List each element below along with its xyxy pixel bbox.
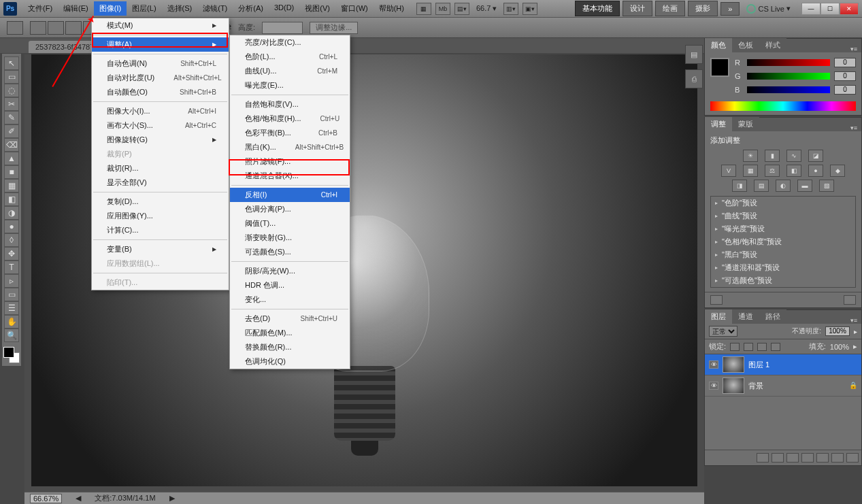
selective-color-icon[interactable]: ▧ <box>819 180 834 192</box>
menu-item[interactable]: 可选颜色(S)... <box>230 245 350 259</box>
menu-item[interactable]: 阈值(T)... <box>230 216 350 231</box>
vibrance-icon[interactable]: V <box>721 165 736 177</box>
menu-item[interactable]: 变量(B) <box>92 242 229 256</box>
menu-item[interactable]: 曝光度(E)... <box>230 78 350 93</box>
menu-item[interactable]: 色调均化(Q) <box>230 354 350 369</box>
workspace-photography[interactable]: 摄影 <box>688 1 718 16</box>
arrange-docs-icon[interactable]: ▥▾ <box>503 3 518 15</box>
tool-item[interactable]: ◊ <box>4 233 19 247</box>
r-value[interactable]: 0 <box>834 58 856 67</box>
b-value[interactable]: 0 <box>834 85 856 95</box>
menu-item[interactable]: 照片滤镜(F)... <box>230 154 350 169</box>
menu-item[interactable]: 调整(A) <box>92 37 229 52</box>
preset-item[interactable]: "黑白"预设 <box>711 248 855 261</box>
launch-bridge-icon[interactable]: ▦ <box>416 3 431 15</box>
curves-icon[interactable]: ∿ <box>786 150 801 162</box>
menu-item[interactable]: 计算(C)... <box>92 223 229 237</box>
menu-窗口(W)[interactable]: 窗口(W) <box>335 1 374 16</box>
lock-all-icon[interactable] <box>771 343 780 351</box>
tool-item[interactable]: ▭ <box>4 70 19 84</box>
lock-pixels-icon[interactable] <box>744 343 753 351</box>
menu-分析(A)[interactable]: 分析(A) <box>233 1 269 16</box>
menu-item[interactable]: 自动颜色(O)Shift+Ctrl+B <box>92 85 229 99</box>
channel-mixer-icon[interactable]: ◆ <box>830 165 845 177</box>
tool-item[interactable]: ◑ <box>4 206 19 220</box>
menu-item[interactable]: 变化... <box>230 292 350 307</box>
minimize-button[interactable]: — <box>801 3 820 15</box>
tab-paths[interactable]: 路径 <box>759 309 786 324</box>
collapsed-panel-icon[interactable]: ▤ <box>685 45 703 64</box>
visibility-icon[interactable]: 👁 <box>709 360 718 369</box>
preset-item[interactable]: "曲线"预设 <box>711 209 855 222</box>
threshold-icon[interactable]: ◐ <box>776 180 791 192</box>
status-zoom[interactable]: 66.67% <box>30 494 62 503</box>
panel-menu-icon[interactable]: ▾≡ <box>846 124 861 131</box>
balance-icon[interactable]: ⚖ <box>765 165 780 177</box>
close-button[interactable]: ✕ <box>840 3 859 15</box>
menu-编辑(E)[interactable]: 编辑(E) <box>58 1 94 16</box>
collapsed-panel-icon[interactable]: ⎙ <box>685 69 703 88</box>
menu-滤镜(T)[interactable]: 滤镜(T) <box>197 1 233 16</box>
menu-文件(F)[interactable]: 文件(F) <box>22 1 58 16</box>
r-slider[interactable] <box>747 59 830 66</box>
menu-item[interactable]: 色调分离(P)... <box>230 202 350 216</box>
tab-swatches[interactable]: 色板 <box>732 38 759 52</box>
gradient-map-icon[interactable]: ▬ <box>797 180 812 192</box>
layer-thumbnail[interactable] <box>723 377 744 394</box>
tool-item[interactable]: ◧ <box>4 192 19 206</box>
workspace-more[interactable]: » <box>720 2 740 16</box>
workspace-essentials[interactable]: 基本功能 <box>575 1 620 16</box>
brightness-icon[interactable]: ☀ <box>743 150 758 162</box>
tool-item[interactable]: ● <box>4 220 19 233</box>
menu-图像(I)[interactable]: 图像(I) <box>94 1 127 16</box>
screen-mode-icon[interactable]: ▣▾ <box>523 3 537 15</box>
menu-item[interactable]: 曲线(U)...Ctrl+M <box>230 64 350 78</box>
menu-item[interactable]: 画布大小(S)...Alt+Ctrl+C <box>92 118 229 133</box>
delete-layer-icon[interactable] <box>846 453 859 463</box>
layer-style-icon[interactable] <box>772 453 784 463</box>
layer-row[interactable]: 👁图层 1 <box>705 354 861 375</box>
menu-item[interactable]: 色彩平衡(B)...Ctrl+B <box>230 126 350 140</box>
layer-row[interactable]: 👁背景🔒 <box>705 375 861 397</box>
view-extras-icon[interactable]: ▤▾ <box>454 3 469 15</box>
photo-filter-icon[interactable]: ● <box>808 165 823 177</box>
tool-item[interactable]: ✂ <box>4 97 19 111</box>
tool-item[interactable]: ✐ <box>4 124 19 138</box>
tool-item[interactable]: ✋ <box>4 315 19 329</box>
tab-layers[interactable]: 图层 <box>705 309 732 324</box>
foreground-color-swatch[interactable] <box>3 347 14 358</box>
visibility-icon[interactable]: 👁 <box>709 382 718 390</box>
foreground-color-chip[interactable] <box>710 58 729 77</box>
tab-masks[interactable]: 蒙版 <box>732 117 759 131</box>
menu-图层(L)[interactable]: 图层(L) <box>127 1 161 16</box>
new-layer-icon[interactable] <box>831 453 844 463</box>
preset-item[interactable]: "色相/饱和度"预设 <box>711 235 855 248</box>
menu-item[interactable]: 自然饱和度(V)... <box>230 97 350 112</box>
tool-item[interactable]: ☰ <box>4 301 19 315</box>
menu-选择(S)[interactable]: 选择(S) <box>162 1 198 16</box>
tool-preset-icon[interactable] <box>7 21 23 35</box>
zoom-level[interactable]: 66.7 ▾ <box>474 4 499 13</box>
tool-item[interactable]: ▭ <box>4 288 19 301</box>
lock-transparent-icon[interactable] <box>730 343 740 351</box>
menu-item[interactable]: 应用图像(Y)... <box>92 209 229 223</box>
preset-item[interactable]: "曝光度"预设 <box>711 222 855 235</box>
tool-item[interactable]: T <box>4 261 19 274</box>
posterize-icon[interactable]: ▤ <box>754 180 769 192</box>
menu-item[interactable]: 显示全部(V) <box>92 175 229 190</box>
color-spectrum[interactable] <box>710 101 856 111</box>
panel-menu-icon[interactable]: ▾≡ <box>846 317 861 324</box>
g-value[interactable]: 0 <box>834 71 856 81</box>
lock-position-icon[interactable] <box>757 343 767 351</box>
tab-styles[interactable]: 样式 <box>759 38 786 52</box>
menu-item[interactable]: 图像大小(I)...Alt+Ctrl+I <box>92 104 229 118</box>
menu-item[interactable]: 裁切(R)... <box>92 161 229 175</box>
exposure-icon[interactable]: ◪ <box>808 150 823 162</box>
bw-icon[interactable]: ◧ <box>786 165 801 177</box>
menu-item[interactable]: 去色(D)Shift+Ctrl+U <box>230 312 350 326</box>
color-swatches[interactable] <box>3 347 20 363</box>
new-group-icon[interactable] <box>816 453 829 463</box>
clip-icon[interactable] <box>844 295 856 305</box>
link-layers-icon[interactable] <box>757 453 769 463</box>
menu-item[interactable]: HDR 色调... <box>230 278 350 292</box>
